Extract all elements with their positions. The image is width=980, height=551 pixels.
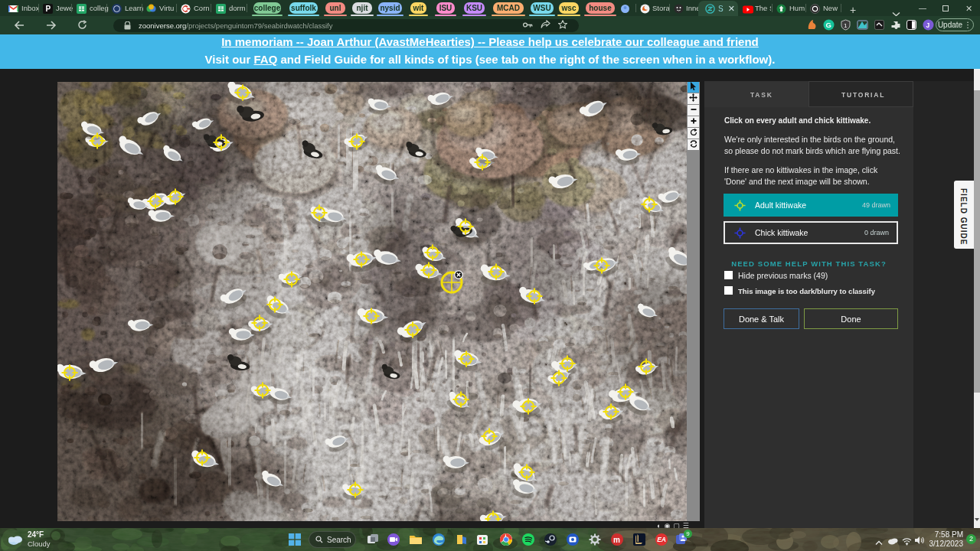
svg-text:EA: EA [657, 536, 666, 543]
svg-text:J: J [926, 21, 930, 29]
svg-text:1: 1 [844, 22, 848, 29]
svg-text:P: P [46, 5, 51, 13]
svg-text:G: G [826, 21, 831, 29]
svg-text:m: m [613, 536, 620, 544]
